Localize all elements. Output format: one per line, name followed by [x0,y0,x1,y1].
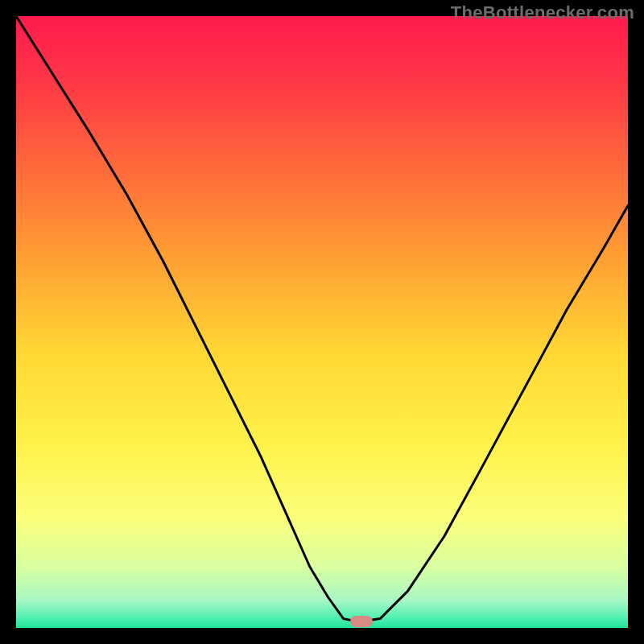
optimal-marker [350,616,373,627]
plot-area [16,16,628,628]
gradient-background [16,16,628,628]
svg-rect-0 [16,16,628,628]
watermark-label: TheBottlenecker.com [451,2,634,23]
watermark-text: TheBottlenecker.com [451,2,634,23]
chart-container: TheBottlenecker.com [0,0,644,644]
